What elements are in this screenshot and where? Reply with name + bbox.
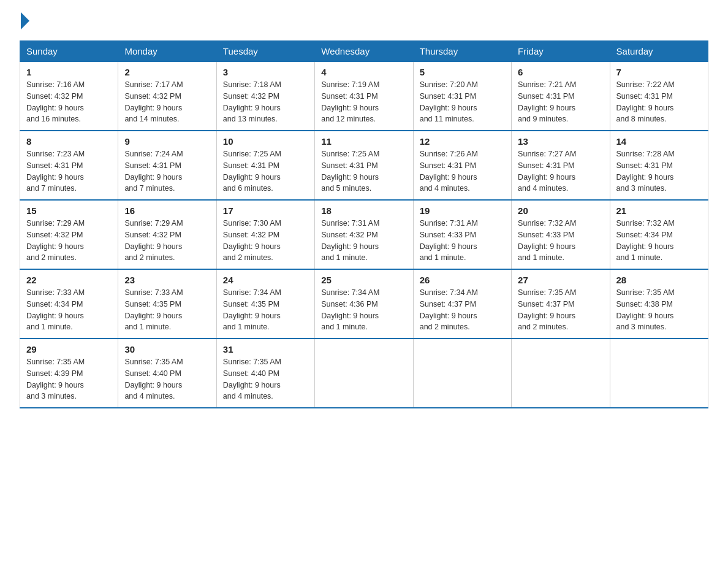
day-number: 8: [26, 136, 112, 147]
day-number: 15: [26, 205, 112, 216]
day-number: 11: [321, 136, 406, 147]
day-info: Sunrise: 7:23 AM Sunset: 4:31 PM Dayligh…: [26, 148, 112, 194]
day-number: 7: [616, 67, 702, 77]
day-cell: 17 Sunrise: 7:30 AM Sunset: 4:32 PM Dayl…: [216, 200, 314, 269]
day-cell: 13 Sunrise: 7:27 AM Sunset: 4:31 PM Dayl…: [512, 131, 610, 200]
header-row: SundayMondayTuesdayWednesdayThursdayFrid…: [20, 41, 708, 62]
day-info: Sunrise: 7:30 AM Sunset: 4:32 PM Dayligh…: [223, 218, 308, 264]
day-cell: 3 Sunrise: 7:18 AM Sunset: 4:32 PM Dayli…: [216, 62, 314, 131]
day-info: Sunrise: 7:34 AM Sunset: 4:37 PM Dayligh…: [420, 287, 505, 333]
day-info: Sunrise: 7:18 AM Sunset: 4:32 PM Dayligh…: [223, 79, 308, 125]
day-cell: 7 Sunrise: 7:22 AM Sunset: 4:31 PM Dayli…: [610, 62, 708, 131]
day-cell: 24 Sunrise: 7:34 AM Sunset: 4:35 PM Dayl…: [216, 269, 314, 339]
day-number: 26: [420, 275, 505, 285]
day-cell: 12 Sunrise: 7:26 AM Sunset: 4:31 PM Dayl…: [413, 131, 511, 200]
week-row-2: 8 Sunrise: 7:23 AM Sunset: 4:31 PM Dayli…: [20, 131, 708, 200]
header-cell-saturday: Saturday: [610, 41, 708, 62]
day-cell: 10 Sunrise: 7:25 AM Sunset: 4:31 PM Dayl…: [216, 131, 314, 200]
day-cell: 16 Sunrise: 7:29 AM Sunset: 4:32 PM Dayl…: [118, 200, 216, 269]
day-number: 22: [26, 275, 112, 285]
day-info: Sunrise: 7:24 AM Sunset: 4:31 PM Dayligh…: [124, 148, 210, 194]
day-number: 28: [616, 275, 702, 285]
page-header: [20, 15, 708, 28]
logo: [20, 15, 29, 28]
day-info: Sunrise: 7:33 AM Sunset: 4:35 PM Dayligh…: [124, 287, 210, 333]
day-number: 17: [223, 205, 308, 216]
calendar-table: SundayMondayTuesdayWednesdayThursdayFrid…: [20, 40, 708, 408]
day-cell: 14 Sunrise: 7:28 AM Sunset: 4:31 PM Dayl…: [610, 131, 708, 200]
day-number: 10: [223, 136, 308, 147]
week-row-4: 22 Sunrise: 7:33 AM Sunset: 4:34 PM Dayl…: [20, 269, 708, 339]
day-number: 21: [616, 205, 702, 216]
day-info: Sunrise: 7:20 AM Sunset: 4:31 PM Dayligh…: [420, 79, 505, 125]
day-info: Sunrise: 7:25 AM Sunset: 4:31 PM Dayligh…: [223, 148, 308, 194]
day-cell: 22 Sunrise: 7:33 AM Sunset: 4:34 PM Dayl…: [20, 269, 118, 339]
day-cell: 15 Sunrise: 7:29 AM Sunset: 4:32 PM Dayl…: [20, 200, 118, 269]
day-info: Sunrise: 7:28 AM Sunset: 4:31 PM Dayligh…: [616, 148, 702, 194]
day-cell: 25 Sunrise: 7:34 AM Sunset: 4:36 PM Dayl…: [315, 269, 413, 339]
day-cell: [413, 339, 511, 408]
day-number: 6: [518, 67, 603, 77]
header-cell-wednesday: Wednesday: [315, 41, 413, 62]
day-number: 19: [420, 205, 505, 216]
day-cell: 1 Sunrise: 7:16 AM Sunset: 4:32 PM Dayli…: [20, 62, 118, 131]
header-cell-thursday: Thursday: [413, 41, 511, 62]
day-cell: 18 Sunrise: 7:31 AM Sunset: 4:32 PM Dayl…: [315, 200, 413, 269]
day-cell: 21 Sunrise: 7:32 AM Sunset: 4:34 PM Dayl…: [610, 200, 708, 269]
day-number: 27: [518, 275, 603, 285]
day-number: 24: [223, 275, 308, 285]
day-cell: 23 Sunrise: 7:33 AM Sunset: 4:35 PM Dayl…: [118, 269, 216, 339]
day-info: Sunrise: 7:35 AM Sunset: 4:39 PM Dayligh…: [26, 356, 112, 402]
day-cell: 8 Sunrise: 7:23 AM Sunset: 4:31 PM Dayli…: [20, 131, 118, 200]
day-number: 12: [420, 136, 505, 147]
day-info: Sunrise: 7:16 AM Sunset: 4:32 PM Dayligh…: [26, 79, 112, 125]
day-info: Sunrise: 7:31 AM Sunset: 4:32 PM Dayligh…: [321, 218, 406, 264]
day-info: Sunrise: 7:35 AM Sunset: 4:40 PM Dayligh…: [223, 356, 308, 402]
day-cell: 28 Sunrise: 7:35 AM Sunset: 4:38 PM Dayl…: [610, 269, 708, 339]
day-number: 3: [223, 67, 308, 77]
header-cell-tuesday: Tuesday: [216, 41, 314, 62]
day-info: Sunrise: 7:26 AM Sunset: 4:31 PM Dayligh…: [420, 148, 505, 194]
day-info: Sunrise: 7:33 AM Sunset: 4:34 PM Dayligh…: [26, 287, 112, 333]
header-cell-monday: Monday: [118, 41, 216, 62]
day-cell: 27 Sunrise: 7:35 AM Sunset: 4:37 PM Dayl…: [512, 269, 610, 339]
day-cell: 5 Sunrise: 7:20 AM Sunset: 4:31 PM Dayli…: [413, 62, 511, 131]
day-cell: [512, 339, 610, 408]
day-info: Sunrise: 7:29 AM Sunset: 4:32 PM Dayligh…: [26, 218, 112, 264]
day-info: Sunrise: 7:32 AM Sunset: 4:33 PM Dayligh…: [518, 218, 603, 264]
day-number: 23: [124, 275, 210, 285]
day-info: Sunrise: 7:25 AM Sunset: 4:31 PM Dayligh…: [321, 148, 406, 194]
day-cell: 9 Sunrise: 7:24 AM Sunset: 4:31 PM Dayli…: [118, 131, 216, 200]
day-cell: 4 Sunrise: 7:19 AM Sunset: 4:31 PM Dayli…: [315, 62, 413, 131]
day-number: 20: [518, 205, 603, 216]
week-row-5: 29 Sunrise: 7:35 AM Sunset: 4:39 PM Dayl…: [20, 339, 708, 408]
day-info: Sunrise: 7:32 AM Sunset: 4:34 PM Dayligh…: [616, 218, 702, 264]
week-row-1: 1 Sunrise: 7:16 AM Sunset: 4:32 PM Dayli…: [20, 62, 708, 131]
day-info: Sunrise: 7:35 AM Sunset: 4:37 PM Dayligh…: [518, 287, 603, 333]
day-cell: 26 Sunrise: 7:34 AM Sunset: 4:37 PM Dayl…: [413, 269, 511, 339]
day-info: Sunrise: 7:17 AM Sunset: 4:32 PM Dayligh…: [124, 79, 210, 125]
logo-arrow-icon: [21, 12, 29, 29]
day-number: 2: [124, 67, 210, 77]
day-cell: 11 Sunrise: 7:25 AM Sunset: 4:31 PM Dayl…: [315, 131, 413, 200]
day-cell: 30 Sunrise: 7:35 AM Sunset: 4:40 PM Dayl…: [118, 339, 216, 408]
day-cell: 20 Sunrise: 7:32 AM Sunset: 4:33 PM Dayl…: [512, 200, 610, 269]
calendar-body: 1 Sunrise: 7:16 AM Sunset: 4:32 PM Dayli…: [20, 62, 708, 408]
day-number: 9: [124, 136, 210, 147]
day-number: 13: [518, 136, 603, 147]
calendar-header: SundayMondayTuesdayWednesdayThursdayFrid…: [20, 41, 708, 62]
day-cell: [315, 339, 413, 408]
day-number: 25: [321, 275, 406, 285]
day-cell: 29 Sunrise: 7:35 AM Sunset: 4:39 PM Dayl…: [20, 339, 118, 408]
day-info: Sunrise: 7:35 AM Sunset: 4:38 PM Dayligh…: [616, 287, 702, 333]
day-info: Sunrise: 7:27 AM Sunset: 4:31 PM Dayligh…: [518, 148, 603, 194]
day-number: 5: [420, 67, 505, 77]
day-number: 31: [223, 344, 308, 354]
day-cell: 31 Sunrise: 7:35 AM Sunset: 4:40 PM Dayl…: [216, 339, 314, 408]
day-info: Sunrise: 7:21 AM Sunset: 4:31 PM Dayligh…: [518, 79, 603, 125]
day-cell: [610, 339, 708, 408]
day-info: Sunrise: 7:19 AM Sunset: 4:31 PM Dayligh…: [321, 79, 406, 125]
header-cell-sunday: Sunday: [20, 41, 118, 62]
day-number: 29: [26, 344, 112, 354]
day-number: 18: [321, 205, 406, 216]
